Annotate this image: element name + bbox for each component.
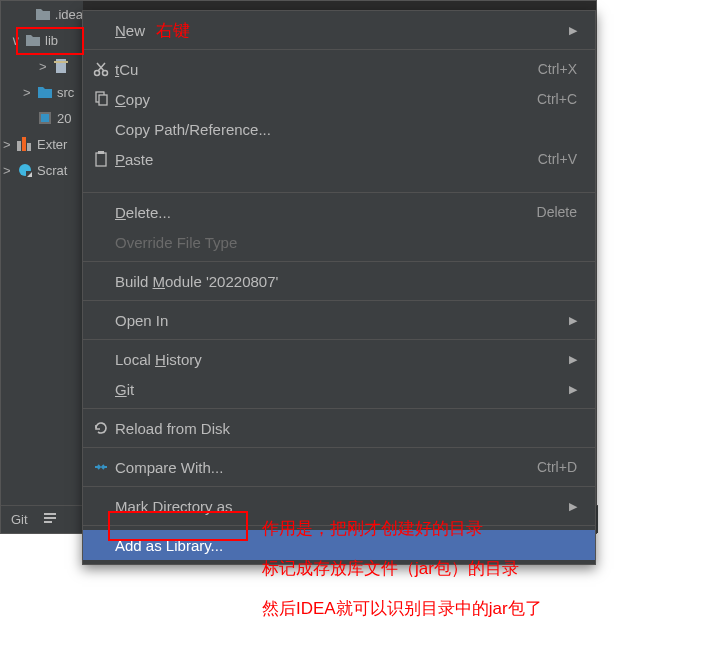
git-branch-label[interactable]: Git: [11, 512, 28, 527]
annotation-line-1: 作用是，把刚才创建好的目录: [262, 514, 483, 544]
menu-shortcut: Ctrl+D: [537, 459, 577, 475]
menu-item-label: Paste: [115, 151, 538, 168]
tree-item-label: .idea: [55, 7, 83, 22]
menu-item-compare-with-[interactable]: Compare With...Ctrl+D: [83, 452, 595, 482]
tree-item-lib[interactable]: ∨lib: [1, 27, 83, 53]
menu-item-paste[interactable]: PasteCtrl+V: [83, 144, 595, 174]
submenu-arrow-icon: ▶: [569, 314, 577, 327]
menu-separator: [83, 49, 595, 50]
menu-separator: [83, 486, 595, 487]
tree-item-label: 20: [57, 111, 71, 126]
cut-icon: [93, 61, 115, 77]
submenu-arrow-icon: ▶: [569, 500, 577, 513]
svg-rect-9: [44, 513, 56, 515]
tree-item-label: Scrat: [37, 163, 67, 178]
paste-icon: [93, 151, 115, 167]
svg-rect-6: [27, 143, 31, 151]
svg-rect-15: [99, 95, 107, 105]
annotation-right-click: 右键: [156, 16, 190, 46]
menu-item-label: Local History: [115, 351, 561, 368]
context-menu: New▶tCuCtrl+XCopyCtrl+CCopy Path/Referen…: [82, 10, 596, 565]
reload-icon: [93, 420, 115, 436]
svg-rect-1: [54, 61, 68, 63]
svg-rect-3: [41, 114, 49, 122]
tree-item-Exter[interactable]: >Exter: [1, 131, 83, 157]
menu-item-reload-from-disk[interactable]: Reload from Disk: [83, 413, 595, 443]
menu-separator: [83, 300, 595, 301]
svg-rect-10: [44, 517, 56, 519]
todo-icon[interactable]: [42, 510, 58, 529]
menu-shortcut: Ctrl+V: [538, 151, 577, 167]
tree-item-Scrat[interactable]: >Scrat: [1, 157, 83, 183]
svg-rect-16: [96, 153, 106, 166]
tree-item-label: lib: [45, 33, 58, 48]
expand-arrow[interactable]: >: [3, 163, 13, 178]
submenu-arrow-icon: ▶: [569, 383, 577, 396]
menu-item-label: Copy: [115, 91, 537, 108]
menu-item-open-in[interactable]: Open In▶: [83, 305, 595, 335]
menu-item-label: Git: [115, 381, 561, 398]
annotation-line-2: 标记成存放库文件（jar包）的目录: [262, 554, 519, 584]
menu-item-label: Delete...: [115, 204, 537, 221]
menu-separator: [83, 261, 595, 262]
menu-item-copy-path-reference-[interactable]: Copy Path/Reference...: [83, 114, 595, 144]
menu-item-label: Mark Directory as: [115, 498, 561, 515]
menu-item-label: Override File Type: [115, 234, 577, 251]
menu-shortcut: Delete: [537, 204, 577, 220]
menu-item-build-module-20220807-[interactable]: Build Module '20220807': [83, 266, 595, 296]
menu-shortcut: Ctrl+C: [537, 91, 577, 107]
menu-separator: [83, 447, 595, 448]
project-tree[interactable]: .idea∨lib>>src20>Exter>Scrat: [1, 1, 83, 506]
menu-separator: [83, 192, 595, 193]
expand-arrow[interactable]: >: [39, 59, 49, 74]
menu-separator: [83, 339, 595, 340]
expand-arrow[interactable]: ∨: [11, 33, 21, 48]
menu-item-label: Open In: [115, 312, 561, 329]
submenu-arrow-icon: ▶: [569, 24, 577, 37]
tree-item-.idea[interactable]: .idea: [1, 1, 83, 27]
submenu-arrow-icon: ▶: [569, 353, 577, 366]
menu-item-label: Reload from Disk: [115, 420, 577, 437]
tree-item-20[interactable]: 20: [1, 105, 83, 131]
svg-rect-17: [98, 151, 104, 154]
menu-item-cut[interactable]: tCuCtrl+X: [83, 54, 595, 84]
svg-rect-4: [17, 141, 21, 151]
tree-item-src[interactable]: >src: [1, 79, 83, 105]
svg-rect-11: [44, 521, 52, 523]
menu-item-label: Copy Path/Reference...: [115, 121, 577, 138]
menu-item-copy[interactable]: CopyCtrl+C: [83, 84, 595, 114]
menu-item-local-history[interactable]: Local History▶: [83, 344, 595, 374]
menu-item-label: Build Module '20220807': [115, 273, 577, 290]
menu-item-label: Compare With...: [115, 459, 537, 476]
compare-icon: [93, 459, 115, 475]
tree-item-2[interactable]: >: [1, 53, 83, 79]
menu-shortcut: Ctrl+X: [538, 61, 577, 77]
menu-item-override-file-type: Override File Type: [83, 227, 595, 257]
copy-icon: [93, 91, 115, 107]
tree-item-label: src: [57, 85, 74, 100]
menu-item-label: tCu: [115, 61, 538, 78]
expand-arrow[interactable]: >: [23, 85, 33, 100]
menu-item-git[interactable]: Git▶: [83, 374, 595, 404]
svg-rect-5: [22, 137, 26, 151]
tree-item-label: Exter: [37, 137, 67, 152]
menu-separator: [83, 408, 595, 409]
menu-item-delete-[interactable]: Delete...Delete: [83, 197, 595, 227]
expand-arrow[interactable]: >: [3, 137, 13, 152]
annotation-line-3: 然后IDEA就可以识别目录中的jar包了: [262, 594, 542, 624]
